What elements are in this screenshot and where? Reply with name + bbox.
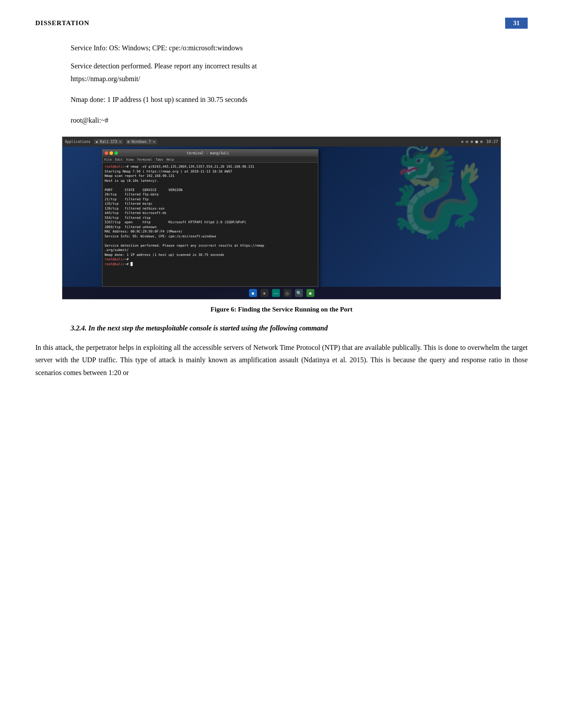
terminal-window-controls — [105, 151, 118, 155]
dissertation-title: DISSERTATION — [35, 19, 90, 27]
terminal-line-3: Host is up (0.10s latency). — [105, 179, 316, 184]
taskbar-icons-right: ⊕ ⊟ ⊞ ■ ⊠ — [461, 139, 483, 144]
page-header: DISSERTATION 31 — [35, 18, 528, 29]
terminal-max-btn[interactable] — [114, 151, 118, 155]
terminal-line-p21: 21/tcp filtered ftp — [105, 197, 316, 202]
terminal-line-svcinfo: Service Info: OS: Windows, CPE: cpe:/o:m… — [105, 234, 316, 239]
terminal-line-p554: 554/tcp filtered rtsp — [105, 216, 316, 221]
taskbar: Applications ◆ Kali 173 ▾ ⊞ Windows 7 ▾ … — [62, 137, 501, 146]
dock-icon-6[interactable]: ■ — [306, 289, 314, 297]
terminal-titlebar: terminal - mang/kali — [102, 150, 318, 157]
terminal-line-2: Nmap scan report for 192.168.90.131 — [105, 174, 316, 179]
terminal-close-btn[interactable] — [105, 151, 108, 155]
terminal-line-blank2 — [105, 239, 316, 244]
terminal-line-blank — [105, 183, 316, 188]
terminal-line-header: PORT STATE SERVICE VERSION — [105, 188, 316, 193]
terminal-content: root@kali:~# nmap -sV p(8243,445,135,286… — [102, 163, 318, 286]
taskbar-left: Applications ◆ Kali 173 ▾ ⊞ Windows 7 ▾ — [65, 139, 157, 144]
page: DISSERTATION 31 Service Info: OS: Window… — [0, 0, 563, 728]
terminal-line-root2: root@kali:~# █ — [105, 262, 316, 267]
terminal-line-detection: Service detection performed. Please repo… — [105, 244, 316, 248]
menu-tabs[interactable]: Tabs — [155, 158, 163, 161]
terminal-window[interactable]: terminal - mang/kali File Edit View Term… — [102, 149, 318, 287]
menu-view[interactable]: View — [126, 158, 134, 161]
service-detection-para: Service detection performed. Please repo… — [71, 60, 528, 73]
section-heading: 3.2.4. In the next step the metasploitab… — [71, 322, 528, 334]
nmap-done-line: Nmap done: 1 IP address (1 host up) scan… — [71, 94, 528, 106]
menu-edit[interactable]: Edit — [115, 158, 123, 161]
terminal-line-p2869: 2869/tcp filtered unknown — [105, 225, 316, 230]
kali-desktop: Applications ◆ Kali 173 ▾ ⊞ Windows 7 ▾ … — [62, 137, 501, 299]
terminal-line-p5357: 5357/tcp open http Microsoft HTTPAPI htt… — [105, 220, 316, 225]
dock-icon-3[interactable]: — — [272, 289, 280, 297]
terminal-line-root1: root@kali:~# — [105, 257, 316, 262]
screenshot-container: Applications ◆ Kali 173 ▾ ⊞ Windows 7 ▾ … — [62, 136, 501, 300]
terminal-menu: File Edit View Terminal Tabs Help — [102, 157, 318, 163]
menu-help[interactable]: Help — [166, 158, 174, 161]
terminal-line-p445: 445/tcp filtered microsoft-ds — [105, 211, 316, 216]
dock-icon-5[interactable]: 🔍 — [295, 289, 303, 297]
root-prompt-line: root@kali:~# — [71, 114, 528, 127]
url-line: https://nmap.org/submit/ — [71, 73, 528, 86]
dock-icon-4[interactable]: ◎ — [283, 289, 291, 297]
menu-terminal[interactable]: Terminal — [137, 158, 152, 161]
terminal-line-cmd: root@kali:~# nmap -sV p(8243,445,135,286… — [105, 165, 316, 169]
kali-bottom-dock: ■ ● — ◎ 🔍 ■ — [62, 287, 501, 299]
terminal-line-nmap: Nmap done: 1 IP address (1 host up) scan… — [105, 253, 316, 258]
terminal-line-p20: 20/tcp filtered ftp-data — [105, 192, 316, 197]
taskbar-right: ⊕ ⊟ ⊞ ■ ⊠ 10:27 — [461, 139, 498, 144]
dock-icon-2[interactable]: ● — [261, 289, 268, 297]
terminal-min-btn[interactable] — [110, 151, 113, 155]
terminal-line-p139: 139/tcp filtered netbios-ssn — [105, 206, 316, 211]
body-paragraph-1: In this attack, the perpetrator helps in… — [35, 341, 528, 379]
service-detection-text: Service detection performed. Please repo… — [71, 62, 257, 70]
taskbar-apps-label: Applications — [65, 140, 91, 144]
taskbar-time: 10:27 — [486, 139, 498, 144]
taskbar-windows-app[interactable]: ⊞ Windows 7 ▾ — [126, 139, 157, 144]
page-number: 31 — [505, 18, 528, 29]
kali-dragon-icon: 🐉 — [382, 148, 492, 236]
terminal-line-1: Starting Nmap 7.50 ( https://nmap.org ) … — [105, 169, 316, 174]
menu-file[interactable]: File — [104, 158, 112, 161]
terminal-line-url: .org/submit/ — [105, 248, 316, 253]
figure-caption: Figure 6: Finding the Service Running on… — [35, 306, 528, 313]
terminal-title: terminal - mang/kali — [187, 151, 229, 155]
service-info-line: Service Info: OS: Windows; CPE: cpe:/o:m… — [71, 42, 528, 54]
terminal-line-p135: 135/tcp filtered msrpc — [105, 202, 316, 206]
terminal-line-mac: MAC Address: 00:0C:29:50:0F:F4 (VMware) — [105, 229, 316, 234]
taskbar-kali-app[interactable]: ◆ Kali 173 ▾ — [94, 139, 123, 144]
dock-icon-1[interactable]: ■ — [249, 289, 257, 297]
